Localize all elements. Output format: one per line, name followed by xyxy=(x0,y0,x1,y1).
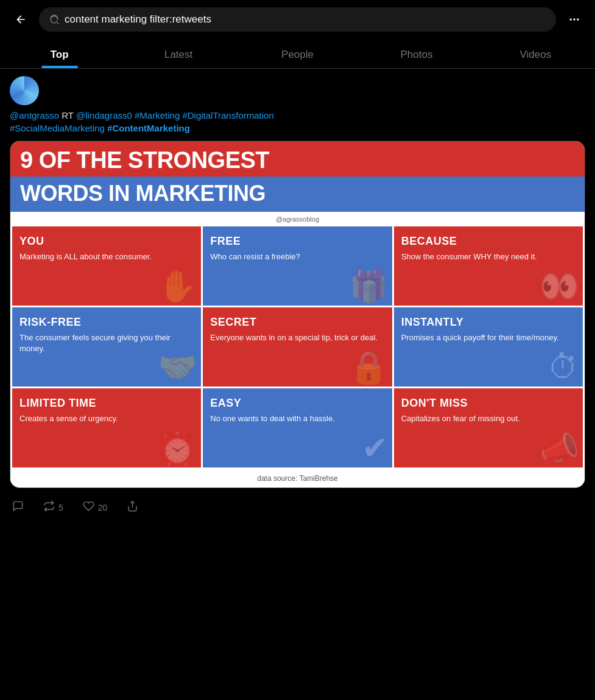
header: content marketing filter:retweets xyxy=(0,0,595,39)
comment-action[interactable] xyxy=(12,500,24,515)
tab-latest[interactable]: Latest xyxy=(119,39,238,68)
mention-antgrasso[interactable]: @antgrasso xyxy=(10,110,59,121)
cell-icon-riskfree: 🤝 xyxy=(158,351,197,383)
cell-icon-you: ✋ xyxy=(158,270,197,302)
grid-cell-free: FREE Who can resist a freebie? 🎁 xyxy=(203,226,392,306)
svg-point-2 xyxy=(577,18,579,20)
cell-desc-you: Marketing is ALL about the consumer. xyxy=(19,251,194,262)
cell-word-riskfree: RISK-FREE xyxy=(19,316,194,329)
hashtag-digitaltransformation[interactable]: #DigitalTransformation xyxy=(182,110,273,121)
tweet-actions: 5 20 xyxy=(10,495,585,517)
tab-top[interactable]: Top xyxy=(0,39,119,68)
hashtag-socialmediamarketing[interactable]: #SocialMediaMarketing xyxy=(10,123,105,133)
infographic-title-line1: 9 OF THE STRONGEST xyxy=(20,149,575,172)
cell-icon-dontmiss: 📣 xyxy=(540,432,579,464)
back-button[interactable] xyxy=(10,9,32,30)
grid-cell-riskfree: RISK-FREE The consumer feels secure givi… xyxy=(12,307,201,387)
like-icon xyxy=(83,500,94,515)
grid-cell-dontmiss: DON'T MISS Capitalizes on fear of missin… xyxy=(394,388,583,467)
cell-word-instantly: INSTANTLY xyxy=(401,316,576,329)
cell-word-easy: EASY xyxy=(210,397,384,410)
hashtag-contentmarketing[interactable]: #ContentMarketing xyxy=(107,123,190,133)
grid-cell-instantly: INSTANTLY Promises a quick payoff for th… xyxy=(394,307,583,387)
cell-desc-because: Show the consumer WHY they need it. xyxy=(401,251,576,262)
infographic-title-blue: WORDS IN MARKETING xyxy=(10,177,585,212)
mention-lindagrass0[interactable]: @lindagrass0 xyxy=(76,110,132,121)
cell-word-limitedtime: LIMITED TIME xyxy=(19,397,194,410)
cell-word-because: BECAUSE xyxy=(401,235,576,248)
search-query: content marketing filter:retweets xyxy=(65,13,546,26)
tweet: @antgrasso RT @lindagrass0 #Marketing #D… xyxy=(0,69,595,525)
cell-icon-because: 👀 xyxy=(540,270,579,302)
cell-word-dontmiss: DON'T MISS xyxy=(401,397,576,410)
like-action[interactable]: 20 xyxy=(83,500,108,515)
infographic-data-source: data source: TamiBrehse xyxy=(10,469,585,488)
tab-videos[interactable]: Videos xyxy=(476,39,595,68)
grid-cell-because: BECAUSE Show the consumer WHY they need … xyxy=(394,226,583,306)
like-count: 20 xyxy=(98,503,108,513)
more-options-button[interactable] xyxy=(563,9,585,30)
cell-word-free: FREE xyxy=(210,235,384,248)
grid-cell-secret: SECRET Everyone wants in on a special ti… xyxy=(203,307,392,387)
infographic-title-line2: WORDS IN MARKETING xyxy=(20,183,575,205)
cell-icon-instantly: ⏱ xyxy=(547,351,579,383)
svg-point-1 xyxy=(573,18,575,20)
cell-icon-easy: ✔ xyxy=(362,432,389,464)
cell-desc-easy: No one wants to deal with a hassle. xyxy=(210,413,384,424)
cell-word-you: YOU xyxy=(19,235,194,248)
retweet-count: 5 xyxy=(58,503,63,513)
retweet-icon xyxy=(43,500,55,515)
infographic-title-red: 9 OF THE STRONGEST xyxy=(10,141,585,177)
cell-icon-secret: 🔒 xyxy=(349,351,389,383)
infographic: 9 OF THE STRONGEST WORDS IN MARKETING @a… xyxy=(10,141,585,488)
tweet-header xyxy=(10,76,585,105)
grid-cell-limitedtime: LIMITED TIME Creates a sense of urgency.… xyxy=(12,388,201,467)
avatar xyxy=(10,76,39,105)
infographic-grid: YOU Marketing is ALL about the consumer.… xyxy=(10,226,585,469)
svg-point-0 xyxy=(570,18,572,20)
cell-desc-instantly: Promises a quick payoff for their time/m… xyxy=(401,332,576,343)
retweet-action[interactable]: 5 xyxy=(43,500,63,515)
search-bar[interactable]: content marketing filter:retweets xyxy=(39,7,556,32)
grid-cell-you: YOU Marketing is ALL about the consumer.… xyxy=(12,226,201,306)
tab-people[interactable]: People xyxy=(238,39,357,68)
cell-desc-riskfree: The consumer feels secure giving you the… xyxy=(19,332,194,354)
grid-cell-easy: EASY No one wants to deal with a hassle.… xyxy=(203,388,392,467)
cell-desc-dontmiss: Capitalizes on fear of missing out. xyxy=(401,413,576,424)
share-action[interactable] xyxy=(127,500,138,515)
cell-desc-limitedtime: Creates a sense of urgency. xyxy=(19,413,194,424)
tweet-text: @antgrasso RT @lindagrass0 #Marketing #D… xyxy=(10,109,585,135)
infographic-card: 9 OF THE STRONGEST WORDS IN MARKETING @a… xyxy=(10,141,585,488)
cell-icon-limitedtime: ⏰ xyxy=(158,432,197,464)
infographic-attribution: @agrassoblog xyxy=(10,212,585,226)
hashtag-marketing[interactable]: #Marketing xyxy=(135,110,180,121)
tab-photos[interactable]: Photos xyxy=(357,39,476,68)
cell-word-secret: SECRET xyxy=(210,316,384,329)
cell-desc-free: Who can resist a freebie? xyxy=(210,251,384,262)
cell-icon-free: 🎁 xyxy=(349,270,389,302)
cell-desc-secret: Everyone wants in on a special tip, tric… xyxy=(210,332,384,343)
search-tabs: Top Latest People Photos Videos xyxy=(0,39,595,69)
share-icon xyxy=(127,500,138,515)
comment-icon xyxy=(12,500,24,515)
